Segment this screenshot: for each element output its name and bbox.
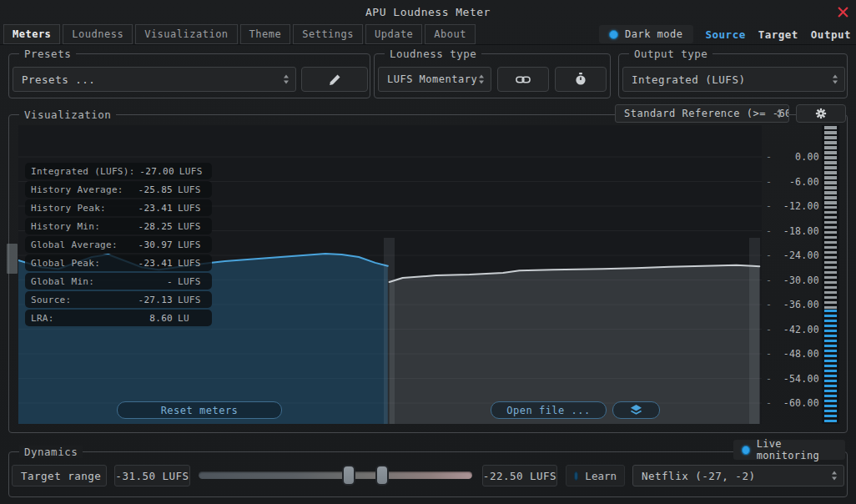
tick-mark: -	[766, 249, 772, 261]
y-tick: --60.00	[766, 397, 819, 409]
range-min-handle[interactable]	[342, 465, 355, 486]
stat-label: History Peak:	[31, 203, 131, 214]
learn-label: Learn	[585, 470, 617, 482]
reference-select[interactable]: Standard Reference (>= -60)	[615, 104, 789, 123]
stat-row: History Min:-28.25LUFS	[25, 218, 212, 234]
stat-row: Global Peak:-23.41LUFS	[25, 255, 212, 271]
output-link[interactable]: Output	[811, 28, 851, 41]
tick-mark: -	[766, 176, 772, 188]
open-file-button[interactable]: Open file ...	[491, 401, 607, 419]
dark-mode-label: Dark mode	[625, 28, 683, 40]
tab-settings[interactable]: Settings	[293, 24, 363, 44]
stat-label: Integrated (LUFS):	[31, 166, 135, 177]
learn-toggle[interactable]: Learn	[566, 465, 625, 486]
presets-select[interactable]: Presets ...	[13, 67, 296, 92]
tick-mark: -	[766, 299, 772, 310]
title-bar: APU Loudness Meter	[0, 0, 856, 23]
y-tick: --6.00	[766, 176, 819, 188]
edit-preset-button[interactable]	[301, 67, 368, 92]
updown-arrows-icon	[832, 471, 837, 481]
y-tick: -0.00	[766, 151, 819, 163]
timer-button[interactable]	[555, 67, 607, 92]
stat-label: History Average:	[31, 184, 131, 195]
tab-theme[interactable]: Theme	[240, 24, 291, 44]
tick-label: -24.00	[772, 249, 819, 261]
range-max-handle[interactable]	[375, 465, 389, 486]
close-icon[interactable]	[838, 7, 848, 18]
stat-value: -28.25	[131, 221, 173, 232]
stat-label: Global Min:	[31, 276, 131, 287]
stat-value: -27.13	[131, 295, 173, 305]
gear-icon	[815, 108, 827, 119]
visualization-legend: Visualization	[19, 108, 116, 121]
level-meter-scale-blue	[824, 310, 837, 423]
updown-arrows-icon	[479, 75, 484, 84]
layers-button[interactable]	[612, 401, 660, 419]
tick-mark: -	[766, 200, 772, 212]
output-type-group: Output type Integrated (LUFS)	[618, 53, 848, 98]
loudness-type-select[interactable]: LUFS Momentary	[378, 67, 491, 92]
stat-row: Integrated (LUFS):-27.00LUFS	[25, 163, 212, 179]
y-tick: --30.00	[766, 275, 819, 286]
visualization-settings-button[interactable]	[796, 104, 846, 123]
y-tick: --42.00	[766, 324, 819, 335]
tick-mark: -	[766, 397, 772, 409]
reset-meters-button[interactable]: Reset meters	[117, 401, 282, 419]
tab-about[interactable]: About	[425, 24, 476, 44]
target-range-slider[interactable]	[199, 471, 472, 479]
stat-row: LRA:8.60LU	[25, 310, 212, 326]
updown-arrows-icon	[833, 75, 838, 84]
output-type-legend: Output type	[629, 48, 712, 60]
layers-icon	[630, 405, 642, 416]
reset-meters-label: Reset meters	[161, 405, 239, 416]
tick-mark: -	[766, 348, 772, 360]
level-meter-scale-gray	[824, 126, 837, 310]
link-channels-button[interactable]	[497, 67, 549, 92]
tab-bar-tabs: MetersLoudnessVisualizationThemeSettings…	[3, 24, 476, 44]
loudness-type-select-value: LUFS Momentary	[387, 73, 477, 85]
tab-loudness[interactable]: Loudness	[63, 24, 133, 44]
live-monitoring-indicator-icon	[742, 446, 750, 455]
stat-value: -	[131, 276, 173, 287]
stat-unit: LU	[178, 313, 206, 324]
tick-label: -12.00	[772, 200, 819, 212]
live-monitoring-toggle[interactable]: Live monitoring	[733, 440, 845, 460]
tab-update[interactable]: Update	[365, 24, 422, 44]
tab-visualization[interactable]: Visualization	[135, 24, 237, 44]
stat-label: Global Peak:	[31, 258, 131, 269]
stat-value: -23.41	[131, 258, 173, 269]
tick-mark: -	[766, 151, 772, 163]
link-icon	[516, 75, 531, 84]
tab-bar-right: Dark mode Source Target Output	[599, 24, 851, 44]
tick-mark: -	[766, 225, 772, 237]
window-title: APU Loudness Meter	[0, 6, 856, 18]
dark-mode-toggle[interactable]: Dark mode	[599, 25, 693, 43]
updown-arrows-icon	[284, 75, 289, 84]
tab-bar: MetersLoudnessVisualizationThemeSettings…	[0, 23, 856, 45]
target-link[interactable]: Target	[758, 28, 798, 41]
tick-label: -54.00	[772, 373, 819, 385]
stat-row: History Average:-25.85LUFS	[25, 181, 212, 198]
stat-unit: LUFS	[178, 258, 206, 269]
level-meter	[822, 125, 839, 424]
range-min-value: -31.50 LUFS	[114, 465, 190, 486]
source-link[interactable]: Source	[706, 28, 746, 41]
y-tick: --36.00	[766, 299, 819, 310]
tab-meters[interactable]: Meters	[3, 24, 60, 44]
learn-indicator-icon	[574, 471, 578, 481]
tick-label: -60.00	[772, 397, 819, 409]
live-monitoring-label: Live monitoring	[757, 438, 837, 461]
stat-unit: LUFS	[178, 221, 206, 232]
stopwatch-icon	[575, 73, 587, 86]
dynamics-preset-select[interactable]: Netflix (-27, -2)	[632, 465, 844, 486]
tick-label: -18.00	[772, 225, 819, 237]
output-type-select[interactable]: Integrated (LUFS)	[622, 67, 845, 92]
tick-label: 0.00	[772, 151, 819, 163]
stats-overlay: Integrated (LUFS):-27.00LUFSHistory Aver…	[25, 163, 212, 326]
range-max-value: -22.50 LUFS	[482, 465, 557, 486]
stat-label: Source:	[31, 295, 131, 305]
reference-select-value: Standard Reference (>= -60)	[624, 108, 789, 119]
tick-mark: -	[766, 275, 772, 286]
loudness-type-group: Loudness type LUFS Momentary	[374, 53, 611, 98]
stat-label: Global Average:	[31, 239, 131, 250]
